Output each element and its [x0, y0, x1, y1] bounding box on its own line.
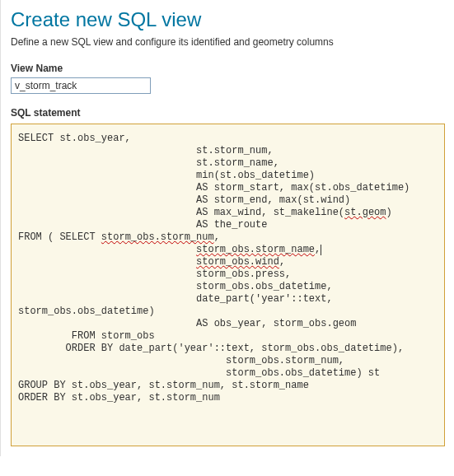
spellcheck-mark: storm_obs.wind — [196, 256, 279, 268]
sql-line: date_part('year'::text, — [18, 293, 333, 305]
sql-line: GROUP BY st.obs_year, st.storm_num, st.s… — [18, 380, 309, 391]
sql-line: st.storm_num, — [18, 145, 274, 156]
sql-line: ORDER BY date_part('year'::text, storm_o… — [18, 343, 404, 354]
sql-statement-label: SQL statement — [11, 107, 444, 119]
sql-line: storm_obs.storm_name, — [18, 244, 321, 255]
sql-line: storm_obs.press, — [18, 268, 291, 280]
spellcheck-mark: st.geom — [344, 207, 386, 218]
sql-line: storm_obs.obs_datetime) st — [18, 367, 380, 379]
sql-line: AS the_route — [18, 219, 267, 231]
page-subtitle: Define a new SQL view and configure its … — [11, 36, 444, 48]
sql-line: ORDER BY st.obs_year, st.storm_num — [18, 392, 220, 404]
sql-line: storm_obs.obs_datetime) — [18, 306, 155, 317]
spellcheck-mark: storm_obs.storm_num — [101, 231, 214, 243]
sql-line: AS max_wind, st_makeline(st.geom) — [18, 207, 392, 218]
sql-line: AS storm_start, max(st.obs_datetime) — [18, 182, 410, 194]
sql-line: FROM ( SELECT storm_obs.storm_num, — [18, 231, 220, 243]
sql-line: SELECT st.obs_year, — [18, 133, 131, 144]
text-caret — [321, 245, 321, 255]
sql-line: storm_obs.obs_datetime, — [18, 281, 333, 292]
sql-line: st.storm_name, — [18, 157, 279, 169]
sql-line: AS obs_year, storm_obs.geom — [18, 318, 356, 329]
sql-line: storm_obs.wind, — [18, 256, 285, 268]
sql-line: min(st.obs_datetime) — [18, 170, 315, 181]
sql-statement-textarea[interactable]: SELECT st.obs_year, st.storm_num, st.sto… — [11, 124, 445, 446]
page-title: Create new SQL view — [11, 8, 444, 31]
sql-line: AS storm_end, max(st.wind) — [18, 194, 350, 206]
view-name-input[interactable] — [11, 77, 151, 94]
sql-line: storm_obs.storm_num, — [18, 355, 344, 366]
sql-view-form: Create new SQL view Define a new SQL vie… — [0, 0, 454, 456]
view-name-label: View Name — [11, 63, 444, 74]
spellcheck-mark: storm_obs.storm_name — [196, 244, 315, 255]
sql-line: FROM storm_obs — [18, 330, 155, 342]
